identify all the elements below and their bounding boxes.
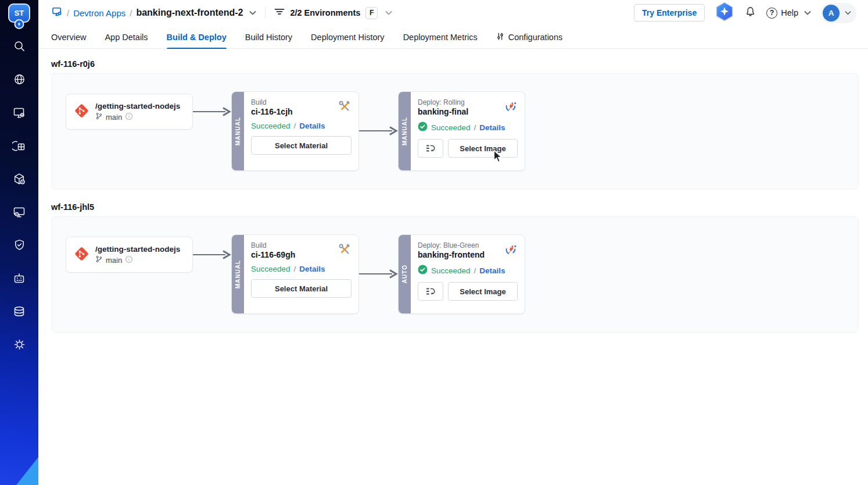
sidebar-item-global-configurations[interactable] [12, 338, 27, 352]
workflow-connector-arrow [359, 269, 398, 281]
help-menu[interactable]: ? Help [766, 8, 811, 19]
gear-icon [13, 338, 26, 354]
workflow-canvas: /getting-started-nodejs main MANUAL B [51, 73, 859, 190]
sidebar-item-app-store[interactable] [12, 172, 27, 186]
try-enterprise-button[interactable]: Try Enterprise [634, 4, 705, 22]
git-source-node[interactable]: /getting-started-nodejs main [66, 94, 193, 130]
sidebar-item-security[interactable] [12, 238, 27, 252]
build-pipeline-node[interactable]: MANUAL Build ci-116-1cjh Succeeded / Det… [231, 91, 359, 171]
git-branch-icon [95, 255, 103, 265]
trigger-type-strip: MANUAL [399, 92, 411, 170]
sidebar-accent-triangle [16, 457, 38, 485]
rocket-deploy-icon [503, 99, 518, 116]
branch-name: main [106, 256, 122, 265]
git-source-node[interactable]: /getting-started-nodejs main [66, 237, 193, 273]
breadcrumb-separator: / [130, 8, 132, 18]
environments-chevron-down-icon[interactable] [385, 10, 392, 15]
workflow-connector-arrow [193, 250, 231, 262]
select-image-button[interactable]: Select Image [448, 139, 518, 158]
product-logo[interactable]: ST [8, 3, 31, 31]
breadcrumb-app-group-link[interactable]: Devtron Apps [73, 8, 125, 18]
details-link[interactable]: Details [299, 122, 325, 130]
details-link[interactable]: Details [479, 123, 505, 132]
rollback-button[interactable] [418, 282, 443, 301]
pipeline-name: ci-116-1cjh [251, 107, 351, 116]
git-icon [74, 246, 89, 264]
info-icon[interactable] [125, 255, 133, 265]
sidebar-item-jobs[interactable] [12, 139, 27, 153]
tab-build-and-deploy[interactable]: Build & Deploy [167, 26, 227, 49]
sparkle-hexagon-icon[interactable] [715, 2, 734, 24]
tab-build-history[interactable]: Build History [245, 26, 292, 49]
git-branch-icon [95, 112, 103, 122]
header-divider [265, 7, 266, 19]
resource-browser-icon [12, 205, 26, 222]
check-circle-icon [418, 122, 428, 133]
branch-name: main [106, 113, 122, 122]
trigger-type-strip: MANUAL [232, 235, 244, 313]
repo-name: /getting-started-nodejs [95, 245, 180, 254]
sidebar: ST [0, 0, 38, 485]
environment-filter-badge: F [365, 7, 378, 19]
filter-icon [274, 7, 285, 19]
top-right-actions: Try Enterprise ? Help A [634, 2, 856, 24]
trigger-type-strip: AUTO [399, 235, 411, 313]
breadcrumb-separator: / [67, 8, 69, 18]
details-link[interactable]: Details [479, 266, 505, 275]
deploy-status-row: Succeeded / Details [418, 122, 518, 133]
jobs-icon [12, 139, 26, 155]
tab-configurations[interactable]: Configurations [496, 26, 563, 49]
repo-name: /getting-started-nodejs [95, 102, 180, 110]
shield-check-icon [13, 238, 26, 254]
sidebar-item-stack-manager[interactable] [12, 305, 27, 319]
select-material-button[interactable]: Select Material [251, 279, 351, 298]
sidebar-item-search[interactable] [12, 40, 27, 54]
avatar: A [823, 5, 840, 22]
sidebar-item-resource-browser[interactable] [12, 205, 27, 219]
check-circle-icon [418, 265, 428, 276]
workflow-name: wf-116-jhl5 [51, 202, 859, 212]
bulk-edit-robot-icon [12, 272, 26, 288]
globe-icon [13, 73, 26, 88]
select-material-button[interactable]: Select Material [251, 136, 351, 155]
build-tools-icon [338, 243, 351, 259]
build-status-row: Succeeded / Details [251, 122, 351, 130]
search-icon [13, 40, 26, 55]
git-icon [74, 103, 89, 121]
help-label: Help [781, 8, 798, 17]
user-menu[interactable]: A [821, 3, 856, 23]
rollback-button[interactable] [418, 139, 443, 158]
logo-text: ST [15, 9, 24, 17]
sidebar-item-bulk-edit[interactable] [12, 272, 27, 286]
tab-overview[interactable]: Overview [51, 26, 86, 49]
environments-selector[interactable]: 2/2 Environments F [274, 7, 392, 19]
tab-deployment-metrics[interactable]: Deployment Metrics [403, 26, 478, 49]
sidebar-item-global[interactable] [12, 73, 27, 87]
status-text: Succeeded [431, 123, 471, 132]
devtron-app-window: ST [0, 0, 868, 485]
select-image-button[interactable]: Select Image [448, 282, 518, 301]
build-pipeline-node[interactable]: MANUAL Build ci-116-69gh Succeeded / Det… [231, 234, 359, 314]
info-icon[interactable] [125, 112, 133, 122]
app-switcher-chevron-down-icon[interactable] [249, 10, 256, 15]
deploy-pipeline-node[interactable]: MANUAL Deploy: Rolling banking-final Suc… [398, 91, 525, 171]
details-link[interactable]: Details [299, 265, 325, 273]
sidebar-item-applications[interactable] [12, 106, 27, 120]
stage-type-label: Build [251, 241, 351, 249]
workflow-canvas: /getting-started-nodejs main MANUAL B [51, 216, 859, 333]
status-text: Succeeded [431, 266, 471, 275]
breadcrumb-app-name[interactable]: banking-next-frontend-2 [136, 8, 243, 18]
rocket-deploy-icon [503, 243, 518, 259]
app-breadcrumb-icon [51, 6, 63, 20]
question-circle-icon: ? [766, 8, 777, 19]
tab-deployment-history[interactable]: Deployment History [311, 26, 385, 49]
deploy-status-row: Succeeded / Details [418, 265, 518, 276]
breadcrumb: / Devtron Apps / banking-next-frontend-2 [51, 6, 256, 20]
app-tabs: Overview App Details Build & Deploy Buil… [38, 26, 868, 49]
main-area: / Devtron Apps / banking-next-frontend-2… [38, 0, 868, 485]
deploy-pipeline-node[interactable]: AUTO Deploy: Blue-Green banking-frontend… [398, 234, 525, 314]
tab-app-details[interactable]: App Details [105, 26, 148, 49]
help-chevron-down-icon [804, 10, 811, 15]
helm-chart-icon [12, 172, 26, 188]
notification-bell-icon[interactable] [744, 6, 756, 20]
